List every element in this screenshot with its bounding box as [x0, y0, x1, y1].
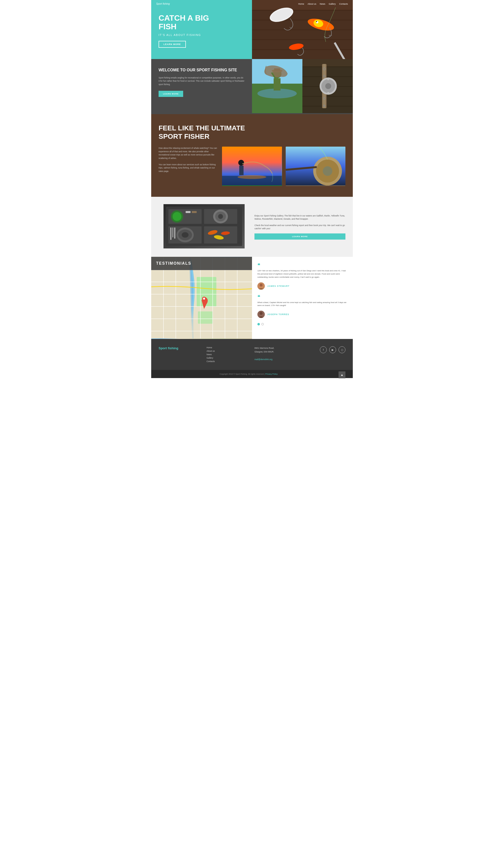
- footer-nav: Home About us News Gallery Contacts: [206, 346, 250, 362]
- testimonials-label: TESTIMONIALS: [151, 257, 252, 270]
- privacy-policy-link[interactable]: Privacy Policy: [265, 373, 277, 375]
- nav-home[interactable]: Home: [298, 3, 304, 5]
- reviewer-2-avatar: [257, 311, 265, 318]
- svg-rect-46: [239, 165, 244, 175]
- svg-rect-27: [302, 76, 353, 77]
- svg-point-11: [316, 21, 318, 23]
- social-youtube-icon[interactable]: ▶: [329, 346, 336, 353]
- reviewer-1-name: JAMES STEWART: [267, 285, 290, 287]
- social-facebook-icon[interactable]: f: [320, 346, 327, 353]
- svg-rect-62: [192, 211, 197, 213]
- footer: Sport fishing Home About us News Gallery…: [151, 339, 353, 370]
- ultimate-heading: FEEL LIKE THE ULTIMATE SPORT FISHER: [159, 124, 345, 140]
- svg-rect-47: [240, 162, 242, 163]
- gallery-left: [159, 204, 250, 249]
- gallery-text: Enjoy our Sport Fishing Gallery. The fis…: [254, 204, 345, 249]
- testimonials-content: ❝ 120+ fish on two charters, 34 years of…: [252, 257, 353, 339]
- svg-point-93: [259, 284, 263, 287]
- svg-point-37: [327, 92, 329, 94]
- footer-nav-news[interactable]: News: [206, 353, 250, 356]
- testimonial-dots: [257, 323, 347, 325]
- review-1-text: 120+ fish on two charters, 34 years of f…: [257, 269, 347, 279]
- svg-rect-77: [198, 311, 213, 324]
- nav-menu: Home About us News Gallery Contacts: [298, 3, 348, 5]
- tackle-image: [302, 59, 353, 114]
- hero-tagline: IT'S ALL ABOUT FISHING: [159, 33, 245, 36]
- svg-point-68: [182, 232, 188, 238]
- fisherman-image: [252, 59, 302, 114]
- hero-cta-button[interactable]: LEARN MORE: [159, 41, 186, 48]
- footer-brand: Sport fishing: [159, 346, 202, 353]
- svg-rect-74: [174, 228, 175, 238]
- navigation: Sport fishing Home About us News Gallery…: [151, 0, 353, 7]
- footer-address1: 8901 Marmora Road,: [254, 347, 274, 349]
- footer-contact: 8901 Marmora Road, Glasgow, D04 89GR. ma…: [254, 346, 298, 361]
- svg-rect-72: [170, 228, 172, 240]
- hero-image-area: [252, 0, 353, 59]
- review-2-text: What a blast, Captain Michel and his cre…: [257, 301, 347, 307]
- welcome-cta-button[interactable]: LEARN MORE: [159, 91, 183, 97]
- hero-section: CATCH A BIG FISH IT'S ALL ABOUT FISHING …: [151, 0, 353, 59]
- quote-mark-2: ❝: [257, 295, 347, 300]
- ultimate-image1: [222, 147, 282, 187]
- gallery-cta-button[interactable]: LEARN MORE: [254, 233, 345, 239]
- svg-rect-2: [252, 10, 353, 11]
- svg-rect-29: [302, 96, 353, 97]
- footer-logo: Sport fishing: [159, 346, 202, 350]
- reviewer-1: JAMES STEWART: [257, 282, 347, 290]
- svg-rect-25: [302, 59, 353, 67]
- welcome-body: Sport fishing entails angling for recrea…: [159, 76, 245, 86]
- map-background: TESTIMONIALS: [151, 257, 252, 339]
- footer-bottom: Copyright 2016 © Sport Fishing. All righ…: [151, 370, 353, 378]
- social-instagram-icon[interactable]: ◻: [339, 346, 345, 353]
- reviewer-2-name: JOSEPH TORRES: [267, 313, 289, 316]
- reviewer-2: JOSEPH TORRES: [257, 311, 347, 318]
- welcome-text: WELCOME TO OUR SPORT FISHING SITE Sport …: [151, 59, 252, 114]
- ultimate-body1: How about the relaxing excitement of wha…: [159, 147, 218, 160]
- ultimate-content: How about the relaxing excitement of wha…: [159, 147, 345, 187]
- testimonials-section: TESTIMONIALS ❝ 120+ fish on two charters…: [151, 257, 353, 339]
- welcome-images: [252, 59, 353, 114]
- welcome-section: WELCOME TO OUR SPORT FISHING SITE Sport …: [151, 59, 353, 114]
- svg-point-44: [238, 175, 267, 179]
- footer-social: f ▶ ◻: [302, 346, 345, 353]
- footer-nav-about[interactable]: About us: [206, 350, 250, 352]
- svg-point-36: [327, 78, 329, 80]
- nav-gallery[interactable]: Gallery: [329, 3, 336, 5]
- reviewer-1-avatar: [257, 282, 265, 290]
- gallery-body2: Check the local weather and our current …: [254, 224, 345, 231]
- nav-news[interactable]: News: [320, 3, 325, 5]
- svg-rect-58: [204, 226, 237, 244]
- svg-rect-61: [186, 211, 191, 213]
- svg-rect-30: [302, 106, 353, 107]
- footer-email[interactable]: mail@demolink.org: [254, 358, 272, 361]
- svg-point-60: [173, 212, 181, 221]
- scroll-top-button[interactable]: ▲: [339, 371, 345, 378]
- gallery-body1: Enjoy our Sport Fishing Gallery. The fis…: [254, 214, 345, 221]
- svg-rect-4: [252, 30, 353, 30]
- nav-contacts[interactable]: Contacts: [339, 3, 348, 5]
- hero-fishing-image: [252, 0, 353, 59]
- ultimate-section: FEEL LIKE THE ULTIMATE SPORT FISHER How …: [151, 114, 353, 197]
- footer-nav-gallery[interactable]: Gallery: [206, 357, 250, 359]
- svg-rect-5: [252, 39, 353, 40]
- quote-mark-1: ❝: [257, 263, 347, 268]
- svg-rect-3: [252, 20, 353, 20]
- svg-point-12: [316, 21, 317, 22]
- welcome-heading: WELCOME TO OUR SPORT FISHING SITE: [159, 68, 245, 73]
- svg-point-91: [203, 298, 205, 300]
- testimonials-map: TESTIMONIALS: [151, 257, 252, 339]
- gallery-section: Enjoy our Sport Fishing Gallery. The fis…: [151, 197, 353, 257]
- svg-rect-73: [172, 228, 173, 237]
- dot-1[interactable]: [257, 323, 260, 325]
- hero-text-area: CATCH A BIG FISH IT'S ALL ABOUT FISHING …: [151, 0, 252, 59]
- footer-nav-contacts[interactable]: Contacts: [206, 360, 250, 362]
- svg-rect-26: [302, 67, 353, 67]
- dot-2[interactable]: [262, 323, 264, 325]
- site-logo: Sport fishing: [156, 2, 170, 5]
- svg-point-65: [218, 214, 223, 219]
- svg-point-51: [323, 166, 332, 176]
- ultimate-body2: You can learn more about our services su…: [159, 163, 218, 173]
- nav-about[interactable]: About us: [308, 3, 317, 5]
- footer-nav-home[interactable]: Home: [206, 346, 250, 349]
